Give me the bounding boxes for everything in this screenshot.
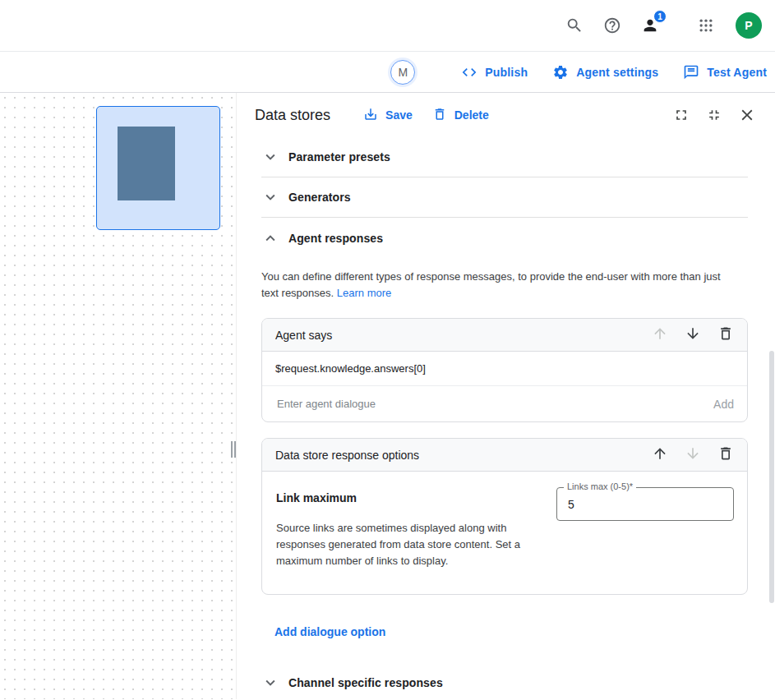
section-label: Channel specific responses xyxy=(288,676,443,689)
delete-button[interactable]: Delete xyxy=(422,100,499,131)
publish-label: Publish xyxy=(485,66,528,79)
save-icon xyxy=(363,107,378,124)
add-dialogue-button[interactable]: Add xyxy=(713,398,734,411)
link-maximum-description: Source links are sometimes displayed alo… xyxy=(276,520,535,569)
delete-card-button[interactable] xyxy=(709,321,742,349)
test-agent-label: Test Agent xyxy=(707,66,767,79)
panel-scrollbar[interactable] xyxy=(769,351,774,603)
chevron-down-icon xyxy=(261,674,279,692)
agent-dialogue-input-row: Add xyxy=(262,386,747,421)
panel-resize-handle[interactable] xyxy=(231,441,236,458)
add-dialogue-option-link[interactable]: Add dialogue option xyxy=(274,625,385,638)
save-button[interactable]: Save xyxy=(353,100,422,131)
save-label: Save xyxy=(385,108,413,122)
chevron-up-icon xyxy=(261,229,279,247)
chat-icon xyxy=(683,64,699,81)
help-icon xyxy=(603,16,621,35)
publish-button[interactable]: Publish xyxy=(461,64,528,81)
code-icon xyxy=(461,64,477,81)
topbar: 1 P xyxy=(0,0,775,52)
move-up-button xyxy=(644,321,676,349)
arrow-up-icon xyxy=(652,445,668,464)
card-title: Agent says xyxy=(275,329,644,342)
data-store-options-header: Data store response options xyxy=(262,439,747,472)
apps-grid-icon xyxy=(698,17,714,34)
agent-settings-button[interactable]: Agent settings xyxy=(552,64,658,81)
section-agent-responses[interactable]: Agent responses xyxy=(261,218,748,258)
agent-dialogue-input[interactable] xyxy=(275,397,703,411)
link-maximum-heading: Link maximum xyxy=(276,491,535,504)
agent-says-card: Agent says xyxy=(261,318,748,422)
panel-body: Parameter presets Generators Agent respo… xyxy=(237,137,775,699)
arrow-down-icon xyxy=(685,325,701,344)
notification-badge: 1 xyxy=(653,10,667,23)
trash-icon xyxy=(717,325,734,344)
flow-canvas[interactable] xyxy=(0,93,237,699)
gear-icon xyxy=(552,64,569,81)
move-up-button[interactable] xyxy=(644,441,676,469)
description-text: You can define different types of respon… xyxy=(261,270,721,299)
test-agent-button[interactable]: Test Agent xyxy=(683,64,767,81)
section-channel-specific-responses[interactable]: Channel specific responses xyxy=(261,663,748,699)
search-button[interactable] xyxy=(558,9,591,42)
arrow-down-icon xyxy=(685,445,701,464)
links-max-input[interactable] xyxy=(556,487,734,521)
arrow-up-icon xyxy=(652,325,668,344)
close-panel-button[interactable] xyxy=(731,99,763,131)
delete-label: Delete xyxy=(454,108,489,122)
section-parameter-presets[interactable]: Parameter presets xyxy=(261,137,748,177)
section-generators[interactable]: Generators xyxy=(261,177,748,218)
chevron-down-icon xyxy=(261,148,279,166)
page-title: Data stores xyxy=(255,107,330,124)
agent-responses-description: You can define different types of respon… xyxy=(261,269,736,302)
flow-node[interactable] xyxy=(96,106,220,230)
flow-node-preview xyxy=(118,127,175,200)
link-maximum-section: Link maximum Source links are sometimes … xyxy=(262,472,747,594)
chevron-down-icon xyxy=(261,188,279,206)
move-down-button xyxy=(676,441,709,469)
panel-header: Data stores Save Delete xyxy=(237,93,775,137)
agent-dialogue-value[interactable]: $request.knowledge.answers[0] xyxy=(262,352,747,386)
fullscreen-icon xyxy=(673,107,690,123)
help-button[interactable] xyxy=(596,9,629,42)
data-stores-panel: Data stores Save Delete xyxy=(237,93,775,699)
section-label: Parameter presets xyxy=(288,150,390,163)
search-icon xyxy=(565,16,584,35)
links-max-field: Links max (0-5)* xyxy=(556,487,734,569)
data-store-options-card: Data store response options xyxy=(261,438,748,595)
fullscreen-exit-icon xyxy=(706,107,722,123)
main-area: Data stores Save Delete xyxy=(0,93,775,699)
collapse-fullscreen-button[interactable] xyxy=(698,99,731,131)
delete-card-button[interactable] xyxy=(709,441,742,469)
notifications-button[interactable]: 1 xyxy=(634,9,667,42)
agent-toolbar: M Publish Agent settings Test Agent xyxy=(0,52,775,93)
section-label: Generators xyxy=(288,191,351,204)
agent-says-header: Agent says xyxy=(262,319,747,352)
move-down-button[interactable] xyxy=(676,321,709,349)
agent-settings-label: Agent settings xyxy=(576,66,658,79)
links-max-label: Links max (0-5)* xyxy=(564,481,636,491)
flow-avatar[interactable]: M xyxy=(390,60,415,85)
card-title: Data store response options xyxy=(275,449,644,462)
apps-grid-button[interactable] xyxy=(690,9,722,42)
expand-fullscreen-button[interactable] xyxy=(665,99,698,131)
trash-icon xyxy=(717,445,734,464)
account-avatar[interactable]: P xyxy=(736,12,762,39)
panel-header-icons xyxy=(665,99,763,131)
section-label: Agent responses xyxy=(288,232,383,245)
close-icon xyxy=(738,106,756,124)
person-icon: 1 xyxy=(641,16,659,35)
link-maximum-text: Link maximum Source links are sometimes … xyxy=(276,487,535,569)
learn-more-link[interactable]: Learn more xyxy=(337,287,391,299)
trash-icon xyxy=(432,107,447,124)
